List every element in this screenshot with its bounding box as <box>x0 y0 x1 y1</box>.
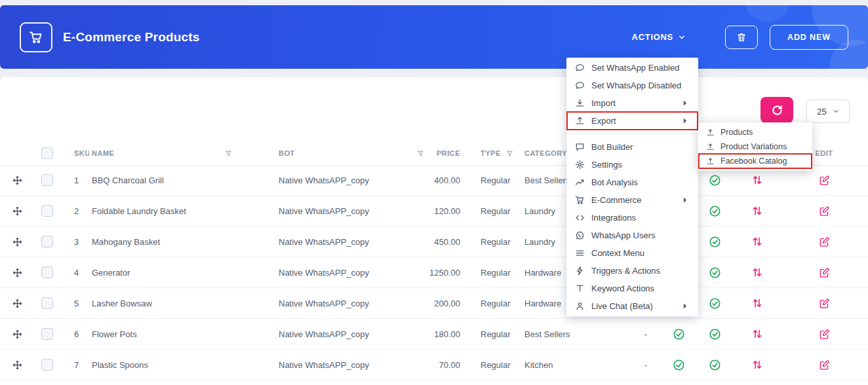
menu-item-keyword-actions[interactable]: Keyword Actions <box>566 280 698 297</box>
actions-label: ACTIONS <box>632 32 673 42</box>
row-checkbox[interactable] <box>41 236 53 248</box>
drag-handle-icon[interactable] <box>12 299 22 308</box>
whatsapp-check-icon[interactable] <box>709 174 721 187</box>
edit-icon[interactable] <box>819 359 830 371</box>
menu-divider <box>566 134 698 134</box>
row-checkbox[interactable] <box>41 297 53 309</box>
refresh-icon <box>771 104 783 117</box>
row-checkbox[interactable] <box>41 328 53 340</box>
column-header-type[interactable]: TYPE <box>467 141 518 165</box>
type-cell: Regular <box>467 196 518 226</box>
sku-cell: 7 <box>60 350 89 380</box>
row-checkbox[interactable] <box>41 266 53 278</box>
variations-swap-icon[interactable] <box>751 174 763 186</box>
sku-cell: 4 <box>60 257 89 287</box>
menu-item-label: Export <box>591 116 616 126</box>
name-cell: Generator <box>89 257 275 287</box>
menu-item-settings[interactable]: Settings <box>566 156 698 174</box>
select-all-checkbox[interactable] <box>41 147 53 159</box>
drag-handle-icon[interactable] <box>12 175 22 185</box>
menu-item-triggers-actions[interactable]: Triggers & Actions <box>566 262 698 280</box>
variations-swap-icon[interactable] <box>751 328 763 340</box>
type-cell: Regular <box>467 165 518 195</box>
whatsapp-check-icon[interactable] <box>709 359 721 371</box>
drag-handle-icon[interactable] <box>12 206 22 216</box>
table-row: 5Lasher BowsawNative WhatsAPP_copy200.00… <box>0 288 868 319</box>
menu-item-e-commerce[interactable]: E-Commerce <box>566 191 698 209</box>
column-header-price[interactable]: PRICE <box>429 141 467 165</box>
variations-swap-icon[interactable] <box>751 236 763 248</box>
edit-icon[interactable] <box>819 236 830 248</box>
edit-icon[interactable] <box>819 175 830 186</box>
menu-item-set-whatsapp-enabled[interactable]: Set WhatsApp Enabled <box>566 59 698 77</box>
table-row: 4GeneratorNative WhatsAPP_copy1250.00Reg… <box>0 257 868 288</box>
sku-cell: 1 <box>60 165 89 195</box>
column-header-bot[interactable]: BOT <box>275 141 429 165</box>
status-check-icon[interactable] <box>673 328 685 340</box>
refresh-button[interactable] <box>760 97 793 123</box>
menu-item-bot-analysis[interactable]: Bot Analysis <box>566 174 698 191</box>
column-header-sku[interactable]: SKU <box>60 141 89 165</box>
menu-item-export[interactable]: Export <box>566 112 698 130</box>
page-size-select[interactable]: 25 <box>806 100 850 123</box>
whatsapp-check-icon[interactable] <box>709 266 721 279</box>
menu-item-bot-builder[interactable]: Bot Builder <box>566 138 698 156</box>
submenu-item-products[interactable]: Products <box>698 125 812 139</box>
edit-icon[interactable] <box>819 267 830 278</box>
name-cell: Plastic Spoons <box>89 350 275 380</box>
image-cell: - <box>629 319 662 349</box>
whatsapp-check-icon[interactable] <box>709 297 721 310</box>
drag-handle-icon[interactable] <box>12 329 22 339</box>
submenu-item-product-variations[interactable]: Product Variations <box>698 139 812 154</box>
menu-item-label: E-Commerce <box>591 195 642 205</box>
whatsapp-check-icon[interactable] <box>709 328 721 340</box>
variations-swap-icon[interactable] <box>751 266 763 278</box>
variations-swap-icon[interactable] <box>751 359 763 371</box>
actions-dropdown-button[interactable]: ACTIONS <box>632 32 686 42</box>
row-checkbox[interactable] <box>41 205 53 217</box>
menu-item-integrations[interactable]: Integrations <box>566 209 698 227</box>
chat-square-icon <box>575 142 585 152</box>
submenu-arrow-icon <box>680 116 690 126</box>
row-checkbox[interactable] <box>41 174 53 186</box>
edit-icon[interactable] <box>819 329 830 340</box>
menu-item-import[interactable]: Import <box>566 94 698 112</box>
bot-cell: Native WhatsAPP_copy <box>275 227 429 257</box>
menu-item-label: Set WhatsApp Disabled <box>591 81 681 90</box>
upload-icon <box>706 143 715 151</box>
variations-swap-icon[interactable] <box>751 205 763 217</box>
filter-icon[interactable] <box>225 150 232 157</box>
variations-swap-icon[interactable] <box>751 297 763 309</box>
header-actions: ACTIONS ADD NEW <box>632 25 848 50</box>
whatsapp-check-icon[interactable] <box>709 236 721 248</box>
menu-item-label: Bot Analysis <box>591 177 638 187</box>
drag-handle-icon[interactable] <box>12 360 22 370</box>
bolt-icon <box>575 266 585 276</box>
sku-cell: 5 <box>60 288 89 318</box>
column-header-name[interactable]: NAME <box>89 141 275 165</box>
status-check-icon[interactable] <box>673 359 685 371</box>
filter-icon[interactable] <box>417 150 424 157</box>
delete-button[interactable] <box>725 26 758 49</box>
whatsapp-check-icon[interactable] <box>709 205 721 217</box>
app-header: E-Commerce Products ACTIONS ADD NEW <box>0 5 868 69</box>
submenu-item-facebook-catalog[interactable]: Facebook Catalog <box>698 154 812 168</box>
drag-column-header <box>0 141 34 165</box>
bot-cell: Native WhatsAPP_copy <box>275 319 429 349</box>
name-cell: Foldable Laundry Basket <box>89 196 275 226</box>
bot-cell: Native WhatsAPP_copy <box>275 350 429 380</box>
filter-icon[interactable] <box>506 150 513 157</box>
type-cell: Regular <box>467 288 518 318</box>
code-icon <box>575 213 585 223</box>
menu-item-set-whatsapp-disabled[interactable]: Set WhatsApp Disabled <box>566 77 698 94</box>
menu-item-whatsapp-users[interactable]: WhatsApp Users <box>566 227 698 244</box>
menu-item-live-chat-beta[interactable]: Live Chat (Beta) <box>566 297 698 315</box>
type-cell: Regular <box>467 350 518 380</box>
column-label: TYPE <box>481 149 501 157</box>
menu-item-context-menu[interactable]: Context Menu <box>566 244 698 262</box>
drag-handle-icon[interactable] <box>12 237 22 247</box>
row-checkbox[interactable] <box>41 359 53 371</box>
edit-icon[interactable] <box>819 206 830 217</box>
drag-handle-icon[interactable] <box>12 268 22 278</box>
edit-icon[interactable] <box>819 298 830 309</box>
